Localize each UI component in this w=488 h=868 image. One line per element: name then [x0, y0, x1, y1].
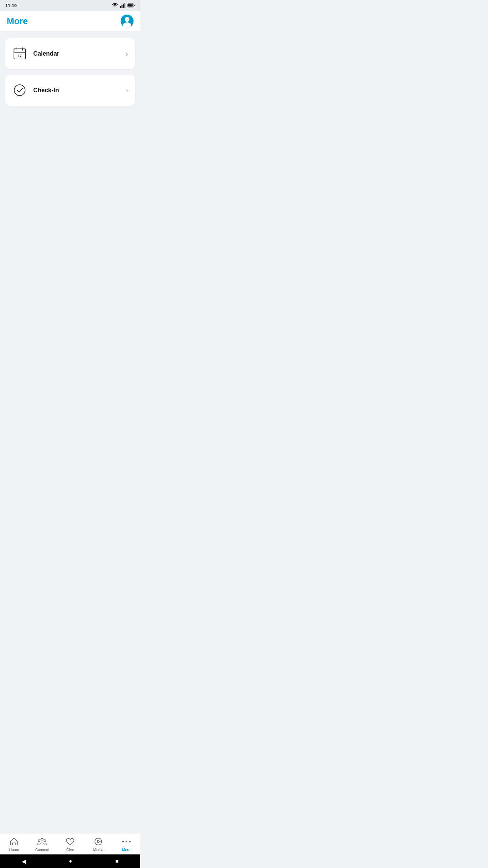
svg-rect-0: [120, 6, 121, 8]
checkin-menu-item[interactable]: Check-In ›: [5, 75, 135, 106]
page-title: More: [7, 16, 28, 26]
svg-text:17: 17: [18, 54, 22, 58]
status-time: 11:19: [5, 3, 17, 8]
calendar-label: Calendar: [33, 50, 59, 57]
calendar-icon: 17: [12, 46, 27, 61]
svg-point-15: [14, 85, 25, 96]
calendar-chevron-icon: ›: [126, 50, 128, 58]
profile-avatar-button[interactable]: [121, 15, 134, 27]
wifi-icon: [112, 3, 118, 8]
calendar-menu-item[interactable]: 17 Calendar ›: [5, 38, 135, 69]
svg-rect-3: [125, 3, 126, 8]
svg-rect-11: [14, 49, 25, 52]
svg-rect-1: [122, 5, 123, 8]
svg-rect-6: [134, 5, 135, 6]
checkin-chevron-icon: ›: [126, 86, 128, 94]
header: More: [0, 11, 140, 31]
checkin-label: Check-In: [33, 87, 59, 94]
status-icons: [112, 3, 135, 8]
svg-rect-2: [123, 4, 124, 8]
checkin-icon: [12, 83, 27, 98]
main-content: 17 Calendar › Check-In ›: [0, 31, 140, 118]
signal-icon: [120, 3, 125, 8]
svg-rect-5: [128, 4, 133, 7]
status-bar: 11:19: [0, 0, 140, 11]
svg-point-8: [125, 17, 129, 22]
battery-icon: [127, 3, 135, 7]
